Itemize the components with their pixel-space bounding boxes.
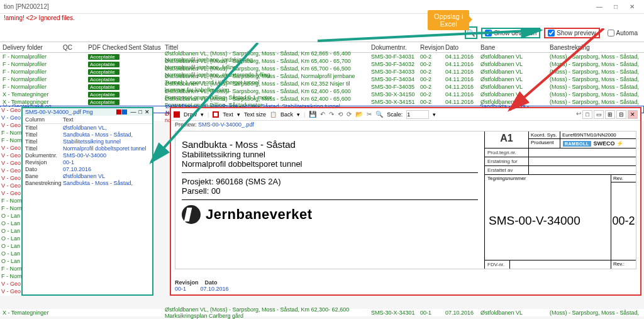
layout3-button[interactable]: ⊞ [605, 110, 615, 119]
warning-bar: !aming! <2> Ignored files. [0, 14, 644, 24]
draw-color-icon[interactable] [174, 111, 180, 118]
drawing-title-1: Sandbukta - Moss - Såstad [182, 139, 478, 150]
preview-canvas[interactable]: Sandbukta - Moss - Såstad Stabilitetssik… [175, 131, 636, 269]
text-button[interactable]: Text [223, 111, 233, 118]
open-icon[interactable]: 📂 [355, 111, 363, 118]
jernbaneverket-logo-icon [182, 205, 201, 224]
close-preview-button[interactable]: ✕ [628, 110, 638, 119]
deviation-row: Dato07.10.2016 [23, 165, 152, 172]
stub-row: F - Norm [0, 198, 21, 205]
scale-label: Scale: [387, 111, 402, 118]
rev-label: Rev. [611, 175, 636, 182]
stub-row: V - Geo [0, 190, 21, 198]
rotate-right-icon[interactable]: ⟳ [347, 111, 352, 118]
automa-checkbox[interactable]: Automa [604, 28, 641, 38]
footer-delivery: X - Temategninger [0, 310, 63, 316]
stub-row: V - Geo [0, 182, 21, 190]
minimize-button[interactable]: — [591, 3, 608, 10]
close-button[interactable]: ✕ [624, 3, 640, 10]
stub-row: V - Geo [0, 175, 21, 182]
deviation-file-name: SMS-00-V-34000_.pdf Png [25, 109, 116, 115]
panel-min-icon[interactable]: — [131, 109, 136, 115]
col-tittel[interactable]: Tittel [165, 44, 371, 51]
prodtegn-label: Prod.tegn.nr. [485, 148, 529, 157]
deviation-row: TittelØstfoldbanen VL, [23, 124, 152, 131]
tegningsnummer-value: SMS-00-V-34000 [485, 182, 611, 260]
window-title: tion [PN200212] [4, 3, 49, 10]
stub-row: V - Geo [0, 281, 21, 288]
rotate-left-icon[interactable]: ⟲ [338, 111, 343, 118]
col-bane[interactable]: Bane [480, 44, 550, 51]
flag-red-icon [116, 109, 121, 115]
stub-row: V - Geo [0, 122, 21, 130]
text-color-icon[interactable] [213, 111, 219, 118]
cut-icon[interactable]: ✂ [367, 111, 372, 118]
col-column: Column [25, 116, 63, 123]
col-dato[interactable]: Dato [445, 44, 480, 51]
col-delivery[interactable]: Delivery folder [0, 44, 63, 51]
show-deviation-input[interactable] [485, 30, 492, 36]
main-toolbar: 🔍 Show deviation Show preview Automa [0, 24, 644, 42]
panel-max-icon[interactable]: □ [139, 109, 142, 115]
col-banestrekning[interactable]: Banestrekning [550, 44, 644, 51]
redo-icon[interactable]: ↷ [329, 111, 334, 118]
deviation-row: BaneØstfoldbanen VL [23, 172, 152, 179]
tegningsnummer-label: Tegningsnummer [485, 175, 611, 182]
stub-row: V - Geo [0, 160, 21, 167]
stub-row: O - Lan [0, 243, 21, 250]
footer-dat: 07.10.2016 [445, 310, 480, 316]
grid-left-stub: V - GeoV - GeoV - GeoF - NormF - NormV -… [0, 107, 21, 296]
preview-subtitle: Preview: SMS-00-V-34000_.pdf [171, 121, 640, 128]
col-dokumentnr[interactable]: Dokumentnr. [371, 44, 420, 51]
deviation-row: TittelStabilitetssikring tunnel [23, 138, 152, 145]
stub-row: F - Norm [0, 273, 21, 281]
produsent-label: Produsent [529, 139, 560, 148]
drawing-parsell: Parsell: 00 [182, 186, 478, 196]
jernbaneverket-text: Jernbaneverket [206, 206, 313, 223]
col-sentstatus[interactable]: Sent Status [128, 44, 165, 51]
erstatning-for-label: Erstatning for [485, 157, 529, 165]
stub-row: O - Lan [0, 220, 21, 228]
panel-close-icon[interactable]: ✕ [145, 109, 150, 115]
scale-input[interactable] [406, 110, 429, 119]
footer-rev: 00-1 [420, 310, 445, 316]
deviation-panel-title[interactable]: SMS-00-V-34000_.pdf Png — □ ✕ [23, 108, 152, 116]
layout1-button[interactable]: □ [582, 110, 592, 119]
footer-row[interactable]: X - Temategninger Østfoldbanen VL, (Moss… [0, 309, 644, 316]
footer-bane: Østfoldbanen VL [480, 310, 550, 316]
show-preview-input[interactable] [548, 30, 555, 36]
foot-rev-header: Revisjon [175, 279, 199, 286]
show-preview-checkbox[interactable]: Show preview [544, 28, 599, 38]
preview-toolbar: Draw▾ | Text▾ Text size 📋Back▾ | 💾 ↶ ↷ ⟲… [171, 108, 640, 121]
drawing-titleblock: Sandbukta - Moss - Såstad Stabilitetssik… [175, 132, 636, 269]
show-deviation-checkbox[interactable]: Show deviation [481, 28, 540, 38]
col-revisjon[interactable]: Revisjon [420, 44, 445, 51]
automa-input[interactable] [608, 30, 614, 36]
deviation-row: Dokumentnr.SMS-00-V-34000 [23, 152, 152, 159]
foot-dat-header: Dato [205, 279, 218, 286]
deviation-row: TittelSandbukta - Moss - Såstad, [23, 131, 152, 138]
col-qc[interactable]: QC [63, 44, 88, 51]
textsize-label: Text size [244, 111, 266, 118]
back-nav-icon[interactable]: ↩ [576, 110, 581, 119]
window-titlebar: tion [PN200212] — □ ✕ [0, 0, 644, 14]
save-icon[interactable]: 💾 [309, 111, 316, 118]
stub-row: O - Lan [0, 250, 21, 258]
draw-button[interactable]: Draw [184, 111, 197, 118]
foot-rev-value: 00-1 [175, 286, 186, 292]
undo-icon[interactable]: ↶ [320, 111, 325, 118]
layout4-button[interactable]: ⊟ [616, 110, 626, 119]
preview-panel: Draw▾ | Text▾ Text size 📋Back▾ | 💾 ↶ ↷ ⟲… [170, 107, 641, 296]
back-button[interactable]: Back [280, 111, 293, 118]
papersize-a1: A1 [485, 132, 529, 148]
zoom-icon[interactable]: 🔍 [375, 111, 383, 118]
layout2-button[interactable]: ▭ [594, 110, 604, 119]
stub-row: F - Norm [0, 205, 21, 213]
deviation-row: Revisjon00-1 [23, 159, 152, 165]
maximize-button[interactable]: □ [608, 3, 624, 10]
col-pdfchecked[interactable]: PDF Checked [88, 44, 128, 51]
drawing-prosjekt: Prosjekt: 960168 (SMS 2A) [182, 177, 478, 186]
drawing-title-3: Normalprofil dobbeltsporet tunnel [182, 159, 478, 169]
koord-value: Euref89NTM10/NN2000 [560, 132, 636, 138]
excel-lookup-callout: Oppslag i Excel [428, 10, 469, 30]
